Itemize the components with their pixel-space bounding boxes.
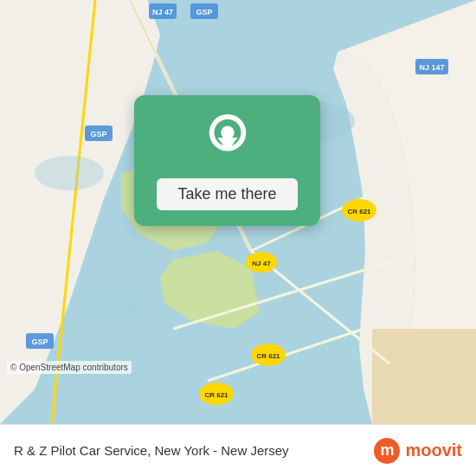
svg-text:GSP: GSP — [90, 130, 106, 138]
svg-point-38 — [221, 126, 234, 139]
moovit-text: moovit — [405, 441, 462, 460]
map-attribution: © OpenStreetMap contributors — [7, 361, 132, 374]
moovit-icon: m — [374, 438, 400, 464]
svg-text:GSP: GSP — [196, 8, 212, 16]
location-pin-icon — [205, 114, 250, 166]
svg-point-34 — [35, 156, 104, 190]
svg-text:CR 621: CR 621 — [256, 352, 280, 360]
svg-text:NJ 47: NJ 47 — [152, 8, 173, 16]
bottom-bar: R & Z Pilot Car Service, New York - New … — [0, 424, 476, 476]
svg-text:NJ 147: NJ 147 — [419, 63, 444, 72]
action-card[interactable]: Take me there — [134, 95, 320, 226]
moovit-logo: m moovit — [374, 438, 462, 464]
svg-text:NJ 47: NJ 47 — [252, 260, 271, 267]
map-container[interactable]: GSP GSP GSP NJ 47 NJ 47 NJ 147 CR 621 CR… — [0, 0, 476, 424]
svg-text:CR 621: CR 621 — [204, 391, 228, 399]
svg-point-35 — [87, 290, 138, 316]
svg-text:GSP: GSP — [31, 338, 48, 346]
svg-marker-5 — [372, 329, 476, 424]
place-name: R & Z Pilot Car Service, New York - New … — [14, 443, 289, 458]
take-me-there-button[interactable]: Take me there — [157, 178, 297, 210]
svg-text:CR 621: CR 621 — [347, 208, 371, 215]
